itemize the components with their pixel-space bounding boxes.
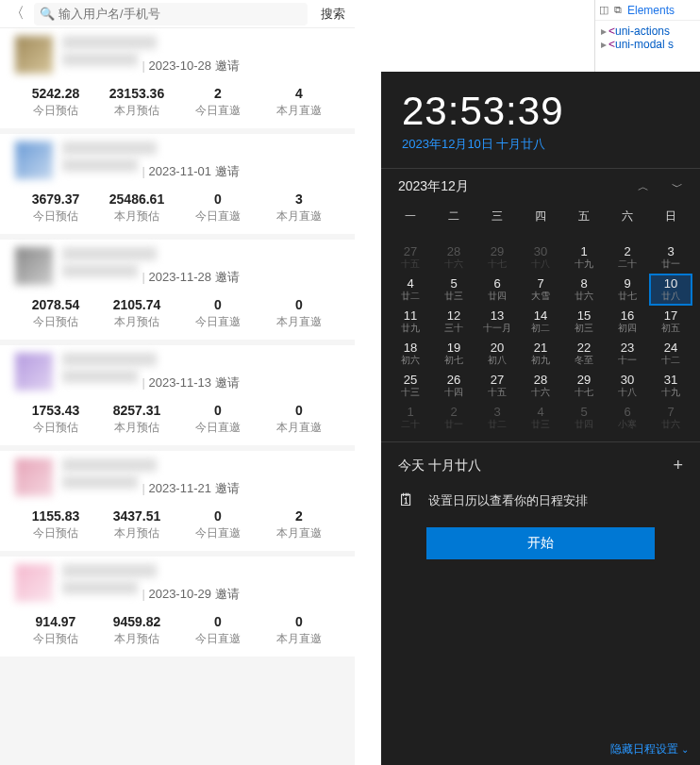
calendar-day[interactable]: 28十六	[519, 370, 562, 402]
today-estimate: 1155.83	[15, 508, 96, 524]
date-link[interactable]: 2023年12月10日 十月廿八	[402, 136, 679, 153]
calendar-day[interactable]: 17初五	[649, 306, 692, 338]
calendar-day[interactable]: 27十五	[475, 370, 519, 402]
calendar-day[interactable]: 9廿七	[606, 274, 649, 306]
hide-agenda-link[interactable]: 隐藏日程设置	[610, 741, 689, 757]
calendar-day[interactable]: 1二十	[389, 402, 432, 434]
calendar-day[interactable]: 10廿八	[649, 274, 692, 306]
device-icon[interactable]: ⧉	[614, 4, 622, 16]
calendar-day[interactable]: 13十一月	[475, 306, 519, 338]
month-invites: 0	[258, 297, 340, 312]
search-input[interactable]	[58, 7, 302, 21]
user-card[interactable]: 2023-10-28 邀请5242.28今日预估23153.36本月预估2今日直…	[0, 28, 355, 128]
avatar	[15, 564, 53, 602]
setup-text: 设置日历以查看你的日程安排	[428, 492, 588, 509]
user-card[interactable]: 2023-11-28 邀请2078.54今日预估2105.74本月预估0今日直邀…	[0, 240, 355, 340]
today-estimate: 3679.37	[15, 191, 96, 207]
back-button[interactable]: 〈	[0, 4, 34, 24]
phone	[62, 370, 138, 383]
month-invites: 0	[258, 403, 340, 418]
invite-date: 2023-11-01 邀请	[142, 163, 239, 180]
calendar-day[interactable]: 5廿三	[432, 274, 475, 306]
calendar-day[interactable]: 29十七	[562, 370, 606, 402]
phone	[62, 53, 138, 66]
calendar-icon: 🗓	[398, 491, 415, 510]
calendar-day[interactable]: 5廿四	[562, 402, 606, 434]
calendar-day[interactable]: 2廿一	[432, 402, 475, 434]
calendar-day[interactable]: 18初六	[389, 338, 432, 370]
calendar-day[interactable]: 11廿九	[389, 306, 432, 338]
today-invites: 0	[177, 403, 258, 418]
phone	[62, 475, 138, 489]
calendar-day[interactable]: 30十八	[519, 241, 562, 274]
today-invites: 0	[177, 614, 258, 629]
calendar-day[interactable]: 23十一	[606, 338, 649, 370]
calendar-day[interactable]: 31十九	[649, 370, 692, 402]
calendar-day[interactable]: 27十五	[389, 241, 432, 274]
weekday-header: 一	[389, 203, 432, 230]
calendar-day[interactable]: 24十二	[649, 338, 692, 370]
dom-tree[interactable]: ▸<uni-actions ▸<uni-modal s	[595, 21, 700, 55]
weekday-header: 四	[519, 203, 562, 230]
month-invites: 3	[258, 191, 340, 207]
user-card[interactable]: 2023-11-01 邀请3679.37今日预估25486.61本月预估0今日直…	[0, 134, 355, 234]
calendar-day[interactable]: 15初三	[562, 306, 606, 338]
month-invites: 4	[258, 86, 340, 101]
calendar-day[interactable]: 25十三	[389, 370, 432, 402]
search-bar: 〈 🔍 搜索	[0, 0, 355, 28]
calendar-day[interactable]: 2二十	[606, 241, 649, 274]
month-estimate: 3437.51	[96, 508, 177, 524]
next-month-button[interactable]: ﹀	[672, 179, 683, 195]
calendar-day[interactable]: 3廿二	[475, 402, 519, 434]
month-estimate: 9459.82	[96, 614, 177, 629]
calendar-day[interactable]: 30十八	[606, 370, 649, 402]
today-invites: 0	[177, 508, 258, 524]
user-card[interactable]: 2023-10-29 邀请914.97今日预估9459.82本月预估0今日直邀0…	[0, 557, 355, 657]
start-button[interactable]: 开始	[426, 527, 655, 559]
invite-date: 2023-11-21 邀请	[142, 480, 239, 497]
calendar-day[interactable]: 26十四	[432, 370, 475, 402]
calendar-day[interactable]: 22冬至	[562, 338, 606, 370]
month-estimate: 2105.74	[96, 297, 177, 312]
today-estimate: 914.97	[15, 614, 96, 629]
clock: 23:53:39	[402, 89, 679, 134]
calendar-day[interactable]: 21初九	[519, 338, 562, 370]
calendar-day[interactable]: 29十七	[475, 241, 519, 274]
calendar-day[interactable]: 6廿四	[475, 274, 519, 306]
calendar-day[interactable]: 4廿三	[519, 402, 562, 434]
inspect-icon[interactable]: ◫	[599, 4, 608, 16]
weekday-header: 六	[606, 203, 649, 230]
month-estimate: 23153.36	[96, 86, 177, 101]
month-estimate: 8257.31	[96, 403, 177, 418]
today-estimate: 2078.54	[15, 297, 96, 312]
calendar-day[interactable]: 4廿二	[389, 274, 432, 306]
calendar-day[interactable]: 12三十	[432, 306, 475, 338]
phone	[62, 581, 138, 594]
avatar	[15, 36, 53, 74]
add-event-button[interactable]: +	[673, 456, 683, 475]
calendar-day[interactable]: 19初七	[432, 338, 475, 370]
avatar	[15, 458, 53, 496]
calendar-day[interactable]: 6小寒	[606, 402, 649, 434]
weekday-header: 三	[475, 203, 519, 230]
calendar-day[interactable]: 3廿一	[649, 241, 692, 274]
search-wrapper: 🔍	[34, 3, 308, 25]
calendar-day[interactable]: 7廿六	[649, 402, 692, 434]
calendar-day[interactable]: 8廿六	[562, 274, 606, 306]
invite-date: 2023-10-28 邀请	[142, 58, 239, 75]
calendar-day[interactable]: 7大雪	[519, 274, 562, 306]
user-card[interactable]: 2023-11-21 邀请1155.83今日预估3437.51本月预估0今日直邀…	[0, 451, 355, 551]
avatar	[15, 247, 53, 285]
calendar-day[interactable]: 28十六	[432, 241, 475, 274]
prev-month-button[interactable]: ︿	[638, 179, 649, 195]
username	[62, 353, 157, 366]
today-label: 今天 十月廿八	[398, 457, 481, 474]
user-card[interactable]: 2023-11-13 邀请1753.43今日预估8257.31本月预估0今日直邀…	[0, 345, 355, 445]
calendar-day[interactable]: 14初二	[519, 306, 562, 338]
tab-elements[interactable]: Elements	[627, 4, 675, 17]
calendar-day[interactable]: 16初四	[606, 306, 649, 338]
phone	[62, 158, 138, 172]
calendar-day[interactable]: 20初八	[475, 338, 519, 370]
calendar-day[interactable]: 1十九	[562, 241, 606, 274]
search-button[interactable]: 搜索	[311, 6, 355, 23]
